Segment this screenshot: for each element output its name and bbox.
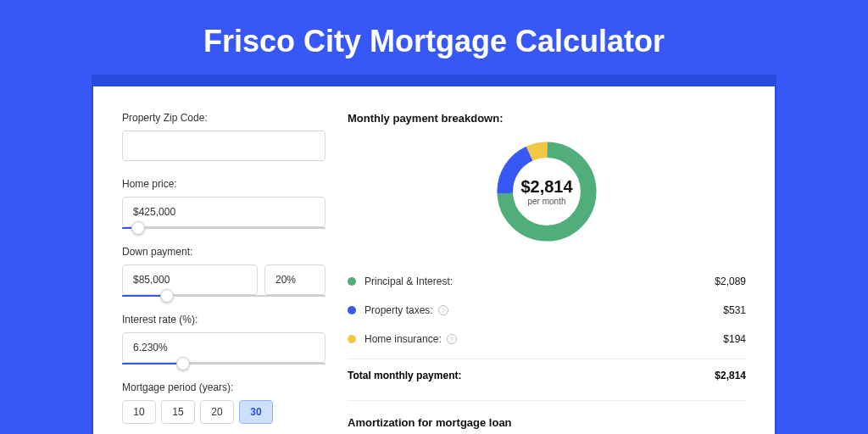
form-column: Property Zip Code: Home price: Down paym… <box>122 112 326 434</box>
period-options: 10152030 <box>122 400 326 424</box>
legend-row: Principal & Interest:$2,089 <box>348 267 746 296</box>
breakdown-column: Monthly payment breakdown: $2,814 per mo… <box>348 112 746 434</box>
period-option-10[interactable]: 10 <box>122 400 156 424</box>
legend-label: Property taxes:? <box>364 304 723 316</box>
home-price-slider-thumb[interactable] <box>131 221 145 235</box>
zip-field-group: Property Zip Code: <box>122 112 326 161</box>
legend-dot-icon <box>348 335 356 343</box>
home-price-input[interactable] <box>122 197 326 227</box>
breakdown-title: Monthly payment breakdown: <box>348 112 746 125</box>
interest-rate-slider[interactable] <box>122 363 326 364</box>
outer-band: Property Zip Code: Home price: Down paym… <box>92 75 776 434</box>
legend-value: $531 <box>723 304 746 316</box>
home-price-group: Home price: <box>122 178 326 229</box>
mortgage-period-label: Mortgage period (years): <box>122 381 326 393</box>
total-value: $2,814 <box>715 370 746 381</box>
calculator-card: Property Zip Code: Home price: Down paym… <box>93 86 775 434</box>
section-divider <box>348 400 746 401</box>
zip-label: Property Zip Code: <box>122 112 326 124</box>
legend-value: $194 <box>723 333 746 345</box>
period-option-15[interactable]: 15 <box>161 400 195 424</box>
down-payment-label: Down payment: <box>122 246 326 258</box>
legend-label: Home insurance:? <box>364 333 723 345</box>
mortgage-period-group: Mortgage period (years): 10152030 <box>122 381 326 424</box>
donut-sub: per month <box>527 197 565 206</box>
home-price-label: Home price: <box>122 178 326 190</box>
page-title: Frisco City Mortgage Calculator <box>0 0 868 75</box>
interest-rate-group: Interest rate (%): <box>122 314 326 364</box>
zip-input[interactable] <box>122 131 326 161</box>
legend-row: Home insurance:?$194 <box>348 325 746 353</box>
interest-rate-input[interactable] <box>122 332 326 363</box>
interest-rate-slider-thumb[interactable] <box>176 357 190 370</box>
down-payment-slider-thumb[interactable] <box>160 289 174 303</box>
legend-label-text: Principal & Interest: <box>364 275 453 287</box>
donut-center: $2,814 per month <box>492 136 602 247</box>
interest-rate-label: Interest rate (%): <box>122 314 326 326</box>
total-row: Total monthly payment: $2,814 <box>348 359 746 381</box>
amortization-title: Amortization for mortgage loan <box>348 416 746 429</box>
info-icon[interactable]: ? <box>438 305 448 315</box>
down-payment-pct-input[interactable] <box>264 264 326 295</box>
legend-label-text: Home insurance: <box>364 333 442 345</box>
period-option-30[interactable]: 30 <box>239 400 273 424</box>
donut-amount: $2,814 <box>520 177 572 197</box>
legend-value: $2,089 <box>715 275 746 287</box>
legend-list: Principal & Interest:$2,089Property taxe… <box>348 267 746 353</box>
interest-rate-slider-fill <box>122 363 183 364</box>
down-payment-group: Down payment: <box>122 246 326 297</box>
legend-label-text: Property taxes: <box>364 304 433 316</box>
home-price-slider[interactable] <box>122 227 326 229</box>
down-payment-slider[interactable] <box>122 295 326 297</box>
legend-label: Principal & Interest: <box>364 275 715 287</box>
legend-dot-icon <box>348 306 356 314</box>
donut-wrap: $2,814 per month <box>348 136 746 247</box>
period-option-20[interactable]: 20 <box>200 400 234 424</box>
down-payment-input[interactable] <box>122 264 258 295</box>
info-icon[interactable]: ? <box>447 334 457 344</box>
payment-donut-chart: $2,814 per month <box>492 136 602 247</box>
total-label: Total monthly payment: <box>348 370 715 381</box>
legend-dot-icon <box>348 277 356 286</box>
legend-row: Property taxes:?$531 <box>348 296 746 325</box>
